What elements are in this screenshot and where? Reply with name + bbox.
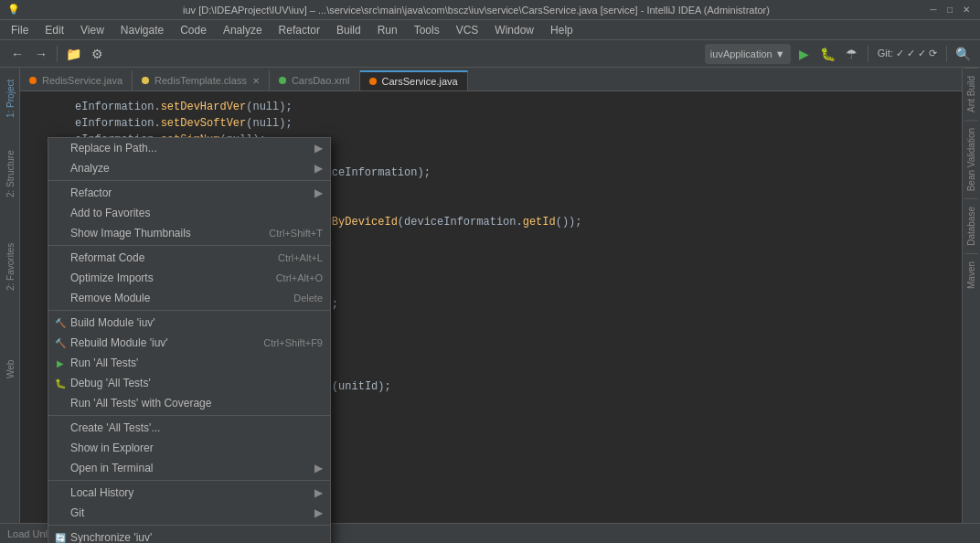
menu-file[interactable]: File (4, 22, 36, 38)
cm-sep-5 (48, 480, 330, 481)
menu-help[interactable]: Help (543, 22, 581, 38)
cm-open-in-terminal[interactable]: Open in Terminal ▶ (48, 458, 330, 478)
cm-add-favorites[interactable]: Add to Favorites (48, 203, 330, 223)
project-button[interactable]: 📁 (63, 44, 83, 64)
cm-synchronize[interactable]: 🔄 Synchronize 'iuv' (48, 527, 330, 543)
search-everywhere-button[interactable]: 🔍 (953, 44, 973, 64)
cm-show-in-explorer[interactable]: Show in Explorer (48, 438, 330, 458)
cm-local-history[interactable]: Local History ▶ (48, 483, 330, 503)
tab-close-2[interactable]: ✕ (252, 76, 260, 86)
context-menu: Replace in Path... ▶ Analyze ▶ Refactor … (48, 137, 331, 543)
context-menu-overlay: Replace in Path... ▶ Analyze ▶ Refactor … (0, 88, 980, 543)
settings-button[interactable]: ⚙ (87, 44, 107, 64)
cm-run-with-coverage[interactable]: Run 'All Tests' with Coverage (48, 393, 330, 413)
cm-analyze[interactable]: Analyze ▶ (48, 158, 330, 178)
menu-window[interactable]: Window (487, 22, 541, 38)
run-button[interactable]: ▶ (794, 44, 815, 64)
coverage-button[interactable]: ☂ (842, 44, 862, 64)
run-config-label: iuvApplication ▼ (710, 48, 785, 59)
git-button[interactable]: Git: ✓ ✓ ✓ ⟳ (874, 44, 941, 64)
window-controls: ─ □ ✕ (927, 4, 973, 16)
menu-build[interactable]: Build (329, 22, 368, 38)
cm-sep-2 (48, 245, 330, 246)
cm-git[interactable]: Git ▶ (48, 503, 330, 523)
cm-show-image-thumbnails[interactable]: Show Image Thumbnails Ctrl+Shift+T (48, 223, 330, 243)
menu-bar: File Edit View Navigate Code Analyze Ref… (0, 20, 980, 40)
debug-button[interactable]: 🐛 (818, 44, 838, 64)
cm-sep-6 (48, 525, 330, 526)
toolbar-separator-1 (57, 46, 58, 62)
menu-tools[interactable]: Tools (407, 22, 447, 38)
cm-run-all-tests[interactable]: ▶ Run 'All Tests' (48, 353, 330, 373)
menu-vcs[interactable]: VCS (449, 22, 486, 38)
debug-icon: 🐛 (54, 377, 67, 389)
cm-refactor[interactable]: Refactor ▶ (48, 183, 330, 203)
menu-run[interactable]: Run (370, 22, 405, 38)
tab-label-4: CarsService.java (382, 76, 458, 87)
cm-reformat-code[interactable]: Reformat Code Ctrl+Alt+L (48, 248, 330, 268)
cm-sep-4 (48, 415, 330, 416)
forward-button[interactable]: → (31, 44, 51, 64)
cm-sep-1 (48, 180, 330, 181)
menu-view[interactable]: View (73, 22, 112, 38)
tab-label-3: CarsDao.xml (292, 75, 350, 86)
tab-label-2: RedisTemplate.class (154, 75, 247, 86)
run-config-selector[interactable]: iuvApplication ▼ (705, 44, 791, 64)
tab-dot-4 (369, 78, 377, 85)
cm-sep-3 (48, 310, 330, 311)
menu-analyze[interactable]: Analyze (216, 22, 270, 38)
run-icon: ▶ (54, 357, 67, 369)
build-icon: 🔨 (54, 316, 67, 329)
tab-dot-1 (29, 77, 37, 84)
menu-code[interactable]: Code (173, 22, 214, 38)
toolbar-separator-3 (946, 46, 947, 62)
cm-debug-all-tests[interactable]: 🐛 Debug 'All Tests' (48, 373, 330, 393)
cm-build-module[interactable]: 🔨 Build Module 'iuv' (48, 313, 330, 333)
cm-create-all-tests[interactable]: Create 'All Tests'... (48, 418, 330, 438)
maximize-button[interactable]: □ (943, 4, 956, 16)
window-title: iuv [D:\IDEAProject\IUV\iuv] – ...\servi… (26, 5, 927, 16)
back-button[interactable]: ← (7, 44, 27, 64)
toolbar-separator-2 (868, 46, 868, 62)
cm-rebuild-module[interactable]: 🔨 Rebuild Module 'iuv' Ctrl+Shift+F9 (48, 333, 330, 353)
tab-dot-3 (279, 77, 286, 84)
menu-edit[interactable]: Edit (37, 22, 71, 38)
tab-label-1: RedisService.java (42, 75, 122, 86)
menu-navigate[interactable]: Navigate (113, 22, 171, 38)
toolbar: ← → 📁 ⚙ iuvApplication ▼ ▶ 🐛 ☂ Git: ✓ ✓ … (0, 40, 980, 68)
minimize-button[interactable]: ─ (927, 4, 940, 16)
cm-remove-module[interactable]: Remove Module Delete (48, 288, 330, 308)
app-icon: 💡 (7, 4, 20, 16)
tab-dot-2 (142, 77, 149, 84)
rebuild-icon: 🔨 (54, 336, 67, 349)
main-layout: 1: Project 2: Structure 2: Favorites Web… (0, 68, 980, 523)
cm-optimize-imports[interactable]: Optimize Imports Ctrl+Alt+O (48, 268, 330, 288)
cm-replace-in-path[interactable]: Replace in Path... ▶ (48, 138, 330, 158)
title-bar: 💡 iuv [D:\IDEAProject\IUV\iuv] – ...\ser… (0, 0, 980, 20)
sync-icon: 🔄 (54, 531, 67, 543)
menu-refactor[interactable]: Refactor (272, 22, 327, 38)
close-button[interactable]: ✕ (960, 4, 973, 16)
